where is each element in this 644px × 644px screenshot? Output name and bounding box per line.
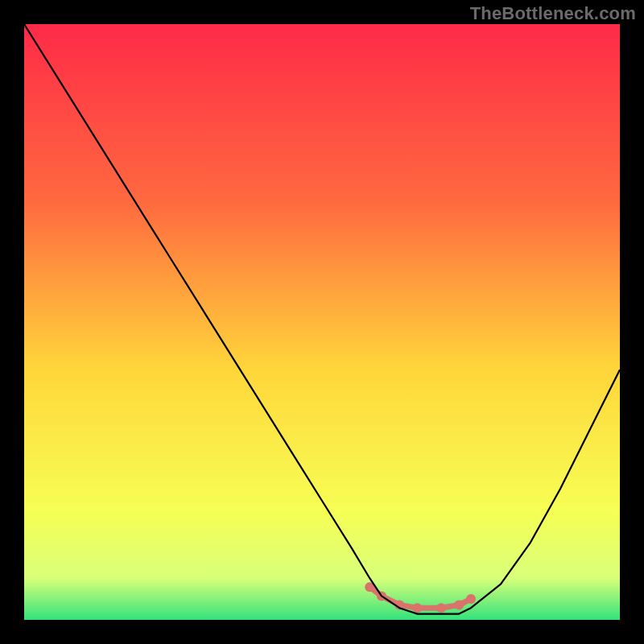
- chart-stage: TheBottleneck.com: [0, 0, 644, 644]
- plot-area: [24, 24, 620, 620]
- watermark-text: TheBottleneck.com: [470, 3, 636, 24]
- marker-dot: [466, 594, 476, 604]
- plot-svg: [24, 24, 620, 620]
- gradient-background: [24, 24, 620, 620]
